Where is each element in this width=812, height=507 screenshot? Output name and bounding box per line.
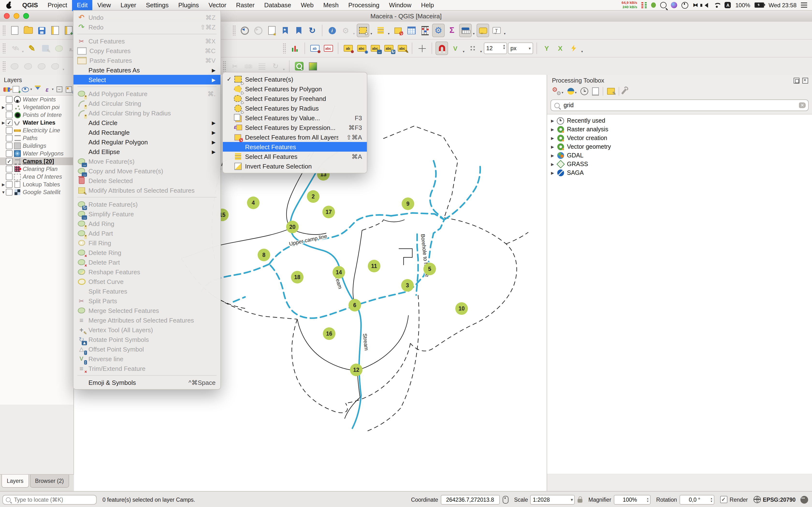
select-menu-item-select-feature-s[interactable]: ✓Select Feature(s) <box>223 74 367 84</box>
layer-row-paths[interactable]: Paths <box>0 134 73 142</box>
wifi-icon[interactable] <box>714 3 720 7</box>
layer-checkbox[interactable] <box>6 181 12 188</box>
style-manager-button[interactable] <box>306 59 319 73</box>
select-features-by-value-dropdown-icon[interactable]: ▾ <box>388 32 390 36</box>
select-features-button[interactable]: ▾ <box>357 24 369 37</box>
scale-combo[interactable]: 1:2028 <box>530 495 575 504</box>
new-spatial-bookmark-button[interactable] <box>279 24 292 37</box>
menubar-item-edit[interactable]: Edit <box>72 0 93 11</box>
layer-row-water-lines[interactable]: ▶✓Water Lines <box>0 119 73 126</box>
identify-features-button[interactable] <box>326 24 338 37</box>
add-group-icon[interactable] <box>12 86 20 93</box>
rotate-label-button[interactable]: abc <box>382 42 395 55</box>
layer-row-lookup-tables[interactable]: ▶Lookup Tables <box>0 181 73 188</box>
current-edits-dropdown-icon[interactable]: ▾ <box>22 50 24 54</box>
menubar-item-plugins[interactable]: Plugins <box>173 0 204 11</box>
layer-row-points-of-intere[interactable]: Points of Intere <box>0 111 73 119</box>
highlight-pinned-labels-button[interactable]: abc <box>355 42 368 55</box>
merge-selected-features-button[interactable] <box>242 59 255 73</box>
enable-snapping-button[interactable] <box>436 42 448 55</box>
toolbox-search-input[interactable] <box>563 101 799 109</box>
menubar-item-mesh[interactable]: Mesh <box>318 0 344 11</box>
select-menu-item-deselect-features-from-all-layers[interactable]: Deselect Features from All Layers⇧⌘A <box>223 132 367 142</box>
layer-checkbox[interactable] <box>6 173 12 180</box>
locator-search[interactable] <box>2 495 97 504</box>
select-menu-item-select-features-by-radius[interactable]: Select Features by Radius <box>223 103 367 113</box>
panel-float-icon[interactable] <box>794 78 800 83</box>
edit-menu-item-delete-part[interactable]: ×Delete Part <box>73 258 220 267</box>
edit-menu-item-add-ellipse[interactable]: Add Ellipse▶ <box>73 147 220 157</box>
snapping-mode-button[interactable]: ▾ <box>449 42 462 55</box>
edit-menu-item-simplify-feature[interactable]: →Simplify Feature <box>73 209 220 219</box>
notification-center-icon[interactable] <box>801 2 807 8</box>
digitize-tool-a-button[interactable] <box>8 59 21 73</box>
apple-menu-icon[interactable] <box>6 2 12 8</box>
menubar-item-project[interactable]: Project <box>43 0 72 11</box>
menubar-item-help[interactable]: Help <box>416 0 439 11</box>
expand-arrow-icon[interactable]: ▶ <box>551 127 557 131</box>
save-project-button[interactable] <box>35 24 48 37</box>
render-checkbox[interactable]: ✓ <box>720 496 727 503</box>
volume-icon[interactable] <box>703 3 708 7</box>
menubar-item-settings[interactable]: Settings <box>141 0 173 11</box>
menubar-item-web[interactable]: Web <box>296 0 318 11</box>
select-menu-item-invert-feature-selection[interactable]: Invert Feature Selection <box>223 161 367 171</box>
layer-order-icon[interactable] <box>65 86 72 93</box>
layer-checkbox[interactable] <box>6 189 12 195</box>
snapping-on-vertex-button[interactable]: ▾ <box>466 42 479 55</box>
tab-browser[interactable]: Browser (2) <box>30 475 69 488</box>
filter-by-expression-icon[interactable] <box>44 86 51 93</box>
layer-row-clearing-plan[interactable]: Clearing Plan <box>0 165 73 173</box>
menubar-item-processing[interactable]: Processing <box>343 0 384 11</box>
menubar-item-window[interactable]: Window <box>384 0 416 11</box>
expand-arrow-icon[interactable]: ▶ <box>551 171 557 175</box>
locator-input[interactable] <box>13 496 93 503</box>
show-spatial-bookmarks-button[interactable] <box>292 24 305 37</box>
edit-menu-item-rotate-feature-s[interactable]: ↻Rotate Feature(s) <box>73 200 220 209</box>
select-menu-item-select-all-features[interactable]: Select All Features⌘A <box>223 152 367 161</box>
toolbox-group-gdal[interactable]: ▶GDAL <box>547 151 812 160</box>
digitize-tool-b-button[interactable] <box>22 59 34 73</box>
history-icon[interactable] <box>580 88 588 95</box>
edit-menu-item-redo[interactable]: Redo⇧⌘Z <box>73 22 220 32</box>
menubar-item-raster[interactable]: Raster <box>231 0 260 11</box>
edit-menu-item-trim-extend-feature[interactable]: ×Trim/Extend Feature <box>73 363 220 373</box>
layer-checkbox[interactable] <box>6 127 12 134</box>
time-machine-icon[interactable] <box>682 2 689 8</box>
edit-menu-item-paste-features-as[interactable]: Paste Features As▶ <box>73 65 220 75</box>
crs-globe-icon[interactable] <box>754 496 761 503</box>
edit-features-in-place-icon[interactable] <box>607 88 615 95</box>
toolbox-group-raster-analysis[interactable]: ▶Raster analysis <box>547 125 812 134</box>
merge-attributes-button[interactable] <box>256 59 268 73</box>
input-source-icon[interactable]: A <box>725 2 731 8</box>
run-feature-action-dropdown-icon[interactable]: ▾ <box>353 32 355 36</box>
new-print-layout-button[interactable] <box>49 24 61 37</box>
magnifier-spinbox[interactable]: 100% <box>614 495 650 504</box>
snapping-tolerance-steppers[interactable]: ▲▼ <box>503 44 506 50</box>
rotate-point-symbols-dropdown-icon[interactable]: ▾ <box>283 68 285 71</box>
select-features-by-value-button[interactable]: ▾ <box>374 24 387 37</box>
layer-row-google-satellit[interactable]: ▼Google Satellit <box>0 188 73 196</box>
edit-menu-item-undo[interactable]: Undo⌘Z <box>73 12 220 22</box>
layer-checkbox[interactable]: ✓ <box>6 158 12 165</box>
edit-menu-item-emoji-symbols[interactable]: Emoji & Symbols^⌘Space <box>73 378 220 387</box>
toolbox-group-grass[interactable]: ▶GRASS <box>547 160 812 169</box>
measure-line-dropdown-icon[interactable]: ▾ <box>473 32 475 36</box>
layer-checkbox[interactable] <box>6 96 12 103</box>
toolbox-group-saga[interactable]: ▶SAGA <box>547 169 812 177</box>
menubar-item-vector[interactable]: Vector <box>204 0 231 11</box>
coordinate-field[interactable]: 264236.7,272013.8 <box>441 495 500 504</box>
toggle-editing-button[interactable] <box>26 42 38 55</box>
edit-menu-item-add-rectangle[interactable]: Add Rectangle▶ <box>73 127 220 137</box>
edit-menu-item-offset-curve[interactable]: Offset Curve <box>73 277 220 286</box>
layer-row-camps-20[interactable]: ✓Camps [20] <box>0 157 73 165</box>
edit-menu-item-split-features[interactable]: Split Features <box>73 286 220 296</box>
network-meter-icon[interactable] <box>642 2 647 8</box>
expand-arrow-icon[interactable]: ▶ <box>1 182 6 187</box>
menubar-item-view[interactable]: View <box>93 0 116 11</box>
digitize-tool-c-button[interactable] <box>35 59 48 73</box>
layer-labeling-options-button[interactable]: ab <box>308 42 321 55</box>
basic-statistics-button[interactable] <box>418 24 431 37</box>
expand-arrow-icon[interactable]: ▶ <box>551 136 557 140</box>
new-project-button[interactable] <box>8 24 21 37</box>
